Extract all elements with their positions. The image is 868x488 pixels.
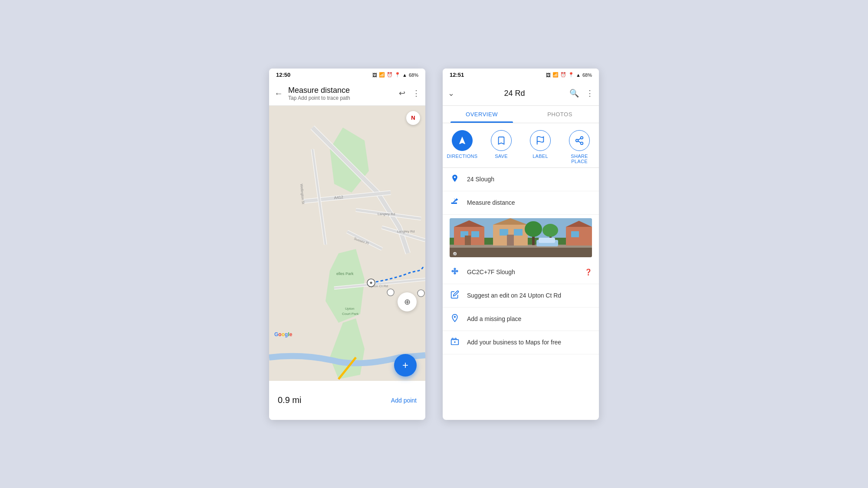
share-action[interactable]: SHARE PLACE — [564, 130, 595, 164]
time-right: 12:51 — [450, 72, 464, 78]
list-item-suggest-edit[interactable]: Suggest an edit on 24 Upton Ct Rd — [443, 284, 599, 308]
tabs-container: OVERVIEW PHOTOS — [443, 106, 599, 123]
time-left: 12:50 — [276, 72, 290, 78]
toolbar-title: Measure distance — [288, 86, 399, 95]
left-phone: 12:50 🖼 📶 ⏰ 📍 ▲ 68% ← Measure distance T… — [269, 69, 425, 420]
svg-point-18 — [387, 289, 394, 296]
add-place-text: Add a missing place — [467, 315, 592, 322]
camera-icon: 🖼 — [372, 72, 377, 78]
location-pin-icon — [450, 174, 460, 185]
google-logo: Google — [274, 331, 292, 337]
svg-point-55 — [454, 268, 455, 269]
battery-icon-r: 68% — [582, 72, 592, 78]
svg-text:Upton: Upton — [345, 307, 354, 311]
svg-text:Langley Rd: Langley Rd — [378, 212, 395, 216]
list-item-add-place[interactable]: Add a missing place — [443, 308, 599, 331]
svg-text:A412: A412 — [334, 195, 343, 200]
signal-icon-r: ▲ — [576, 72, 581, 78]
north-indicator: N — [406, 111, 420, 125]
my-location-button[interactable]: ⊕ — [398, 292, 417, 311]
svg-text:Langley Rd: Langley Rd — [397, 229, 414, 233]
svg-line-24 — [578, 141, 581, 143]
svg-text:Court Park: Court Park — [342, 312, 359, 316]
right-phone: 12:51 🖼 📶 ⏰ 📍 ▲ 68% ⌄ 24 Rd 🔍 ⋮ OVERVIEW… — [443, 69, 599, 420]
action-row: DIRECTIONS SAVE LABEL — [443, 123, 599, 168]
share-label: SHARE PLACE — [564, 154, 595, 164]
right-header: ⌄ 24 Rd 🔍 ⋮ — [443, 82, 599, 106]
directions-icon — [457, 136, 467, 145]
back-button[interactable]: ← — [274, 88, 283, 98]
tab-overview[interactable]: OVERVIEW — [443, 106, 521, 123]
list-item-location[interactable]: 24 Slough — [443, 168, 599, 191]
location-icon-status: 📍 — [395, 72, 401, 78]
svg-text:elles Park: elles Park — [336, 272, 354, 276]
more-icon[interactable]: ⋮ — [412, 88, 420, 98]
map-svg: A412 Sussex Pl Langley Rd Langley Rd Upt… — [269, 106, 425, 381]
plus-icon: + — [402, 359, 408, 371]
save-icon — [496, 136, 506, 145]
business-icon — [450, 337, 460, 348]
street-view-image: ↺ — [450, 218, 592, 257]
toolbar-subtitle: Tap Add point to trace path — [288, 95, 399, 101]
svg-rect-49 — [539, 238, 555, 243]
street-view-container[interactable]: ↺ — [443, 218, 599, 257]
svg-point-54 — [456, 270, 457, 272]
more-options-button[interactable]: ⋮ — [586, 88, 594, 98]
location-icon-r: 📍 — [568, 72, 574, 78]
map-area[interactable]: N A412 Sussex Pl Lang — [269, 106, 425, 381]
share-icon-circle — [569, 130, 590, 151]
add-location-icon — [450, 314, 460, 324]
wifi-icon-r: 📶 — [552, 72, 559, 78]
svg-point-52 — [454, 270, 455, 272]
status-bar-left: 12:50 🖼 📶 ⏰ 📍 ▲ 68% — [269, 69, 425, 82]
svg-point-17 — [370, 282, 372, 284]
add-point-fab[interactable]: + — [394, 354, 417, 377]
svg-point-21 — [581, 136, 583, 139]
save-label: SAVE — [495, 154, 508, 159]
directions-action[interactable]: DIRECTIONS — [447, 130, 477, 164]
alarm-icon: ⏰ — [387, 72, 393, 78]
list-item-add-business[interactable]: Add your business to Maps for free — [443, 331, 599, 354]
ruler-icon — [450, 197, 460, 208]
search-button[interactable]: 🔍 — [569, 88, 579, 98]
wifi-icon: 📶 — [379, 72, 385, 78]
undo-icon[interactable]: ↩ — [399, 88, 405, 98]
info-list: 24 Slough Measure distance — [443, 168, 599, 354]
svg-point-44 — [542, 224, 558, 237]
status-bar-right: 12:51 🖼 📶 ⏰ 📍 ▲ 68% — [443, 69, 599, 82]
svg-line-25 — [578, 138, 581, 140]
distance-value: 0.9 mi — [278, 395, 301, 405]
svg-rect-35 — [465, 236, 471, 245]
share-icon — [575, 136, 584, 145]
status-icons-right: 🖼 📶 ⏰ 📍 ▲ 68% — [546, 72, 592, 78]
distance-bar: 0.9 mi Add point — [269, 381, 425, 420]
suggest-edit-text: Suggest an edit on 24 Upton Ct Rd — [467, 292, 592, 299]
directions-icon-circle — [452, 130, 473, 151]
directions-label: DIRECTIONS — [447, 154, 478, 159]
svg-point-23 — [581, 142, 583, 144]
svg-rect-47 — [571, 231, 579, 237]
toolbar-left: ← Measure distance Tap Add point to trac… — [269, 82, 425, 106]
save-action[interactable]: SAVE — [486, 130, 516, 164]
place-title: 24 Rd — [460, 89, 569, 98]
tab-photos[interactable]: PHOTOS — [521, 106, 599, 123]
svg-rect-38 — [500, 229, 508, 236]
battery-icon: 68% — [409, 72, 418, 78]
camera-icon-r: 🖼 — [546, 72, 551, 78]
measure-text: Measure distance — [467, 199, 592, 206]
svg-point-19 — [418, 290, 424, 297]
label-action[interactable]: LABEL — [525, 130, 556, 164]
chevron-down-button[interactable]: ⌄ — [448, 88, 454, 98]
list-item-plus-code[interactable]: GC2C+7F Slough ❓ — [443, 261, 599, 284]
svg-rect-26 — [451, 202, 457, 203]
toolbar-title-block: Measure distance Tap Add point to trace … — [288, 86, 399, 101]
svg-point-53 — [452, 270, 453, 272]
list-item-measure[interactable]: Measure distance — [443, 191, 599, 215]
svg-point-56 — [454, 272, 455, 274]
add-point-button[interactable]: Add point — [391, 397, 417, 404]
label-icon — [536, 136, 545, 145]
status-icons-left: 🖼 📶 ⏰ 📍 ▲ 68% — [372, 72, 418, 78]
svg-rect-34 — [471, 231, 479, 237]
svg-rect-39 — [514, 229, 523, 236]
help-icon[interactable]: ❓ — [585, 269, 592, 275]
